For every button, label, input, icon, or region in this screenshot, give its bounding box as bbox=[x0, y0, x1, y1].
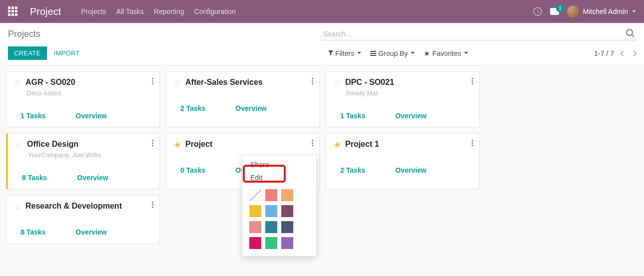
search-input[interactable] bbox=[321, 28, 636, 40]
favorite-star-icon[interactable]: ☆ bbox=[13, 202, 21, 211]
color-picker bbox=[242, 184, 316, 253]
page-title: Projects bbox=[8, 29, 40, 39]
color-swatch[interactable] bbox=[249, 189, 261, 201]
user-name: Mitchell Admin bbox=[583, 7, 628, 15]
card-tasks-link[interactable]: 8 Tasks bbox=[20, 228, 45, 236]
card-head: ★Project bbox=[166, 134, 319, 151]
card-overview-link[interactable]: Overview bbox=[75, 228, 106, 236]
color-swatch[interactable] bbox=[265, 237, 277, 249]
chevron-down-icon bbox=[411, 52, 415, 56]
card-foot: 8 TasksOverview bbox=[6, 213, 159, 243]
card-tasks-link[interactable]: 8 Tasks bbox=[22, 174, 47, 182]
groupby-label: Group By bbox=[378, 49, 408, 57]
chat-button[interactable]: 1 bbox=[550, 8, 559, 15]
color-swatch[interactable] bbox=[265, 189, 277, 201]
card-menu-button[interactable] bbox=[152, 78, 153, 84]
card-title: DPC - SO021 bbox=[345, 78, 394, 87]
favorite-star-icon[interactable]: ☆ bbox=[173, 78, 181, 87]
project-card[interactable]: ☆AGR - SO020Deco Addict1 TasksOverview bbox=[6, 71, 160, 127]
color-swatch[interactable] bbox=[265, 221, 277, 233]
card-tasks-link[interactable]: 0 Tasks bbox=[180, 166, 205, 174]
card-title: Office Design bbox=[27, 140, 78, 149]
import-button[interactable]: IMPORT bbox=[54, 49, 80, 57]
nav-reporting[interactable]: Reporting bbox=[154, 7, 184, 15]
card-menu-button[interactable] bbox=[152, 140, 153, 146]
favorite-star-icon[interactable]: ★ bbox=[333, 140, 341, 149]
project-card[interactable]: ☆DPC - SO021Ready Mat1 TasksOverview bbox=[326, 71, 480, 127]
project-card[interactable]: ☆Research & Development8 TasksOverview bbox=[6, 195, 160, 244]
search-icon[interactable] bbox=[626, 29, 634, 37]
topbar-right: 1 Mitchell Admin bbox=[533, 5, 636, 17]
color-swatch[interactable] bbox=[249, 205, 261, 217]
card-head: ☆After-Sales Services bbox=[166, 72, 319, 89]
card-head: ☆AGR - SO020 bbox=[6, 72, 159, 89]
funnel-icon bbox=[328, 50, 333, 56]
card-menu-button[interactable] bbox=[312, 140, 313, 146]
clock-icon[interactable] bbox=[533, 7, 542, 16]
filter-bar: Filters Group By ★ Favorites bbox=[206, 49, 468, 57]
groupby-dropdown[interactable]: Group By bbox=[370, 49, 415, 57]
dropdown-edit[interactable]: Edit bbox=[242, 171, 316, 184]
project-card[interactable]: ☆Office DesignYourCompany, Joel Willis8 … bbox=[6, 133, 160, 189]
card-menu-button[interactable] bbox=[152, 202, 153, 208]
card-title: Project 1 bbox=[345, 140, 379, 149]
card-overview-link[interactable]: Overview bbox=[395, 166, 426, 174]
nav-configuration[interactable]: Configuration bbox=[194, 7, 236, 15]
card-overview-link[interactable]: Overview bbox=[235, 104, 266, 112]
project-card[interactable]: ☆After-Sales Services2 TasksOverview bbox=[166, 71, 320, 127]
card-title: AGR - SO020 bbox=[25, 78, 75, 87]
pager-next-button[interactable] bbox=[631, 50, 637, 56]
favorite-star-icon[interactable]: ★ bbox=[173, 140, 181, 149]
color-swatch[interactable] bbox=[281, 221, 293, 233]
avatar bbox=[567, 5, 579, 17]
pager: 1-7 / 7 bbox=[594, 49, 636, 57]
card-foot: 2 TasksOverview bbox=[166, 89, 319, 119]
card-tasks-link[interactable]: 1 Tasks bbox=[20, 112, 45, 120]
card-head: ☆Research & Development bbox=[6, 196, 159, 213]
chevron-down-icon bbox=[632, 10, 636, 14]
favorites-dropdown[interactable]: ★ Favorites bbox=[424, 49, 468, 57]
pager-text: 1-7 / 7 bbox=[594, 49, 614, 57]
dropdown-share[interactable]: Share bbox=[242, 158, 316, 171]
card-overview-link[interactable]: Overview bbox=[75, 112, 106, 120]
card-tasks-link[interactable]: 2 Tasks bbox=[340, 166, 365, 174]
favorite-star-icon[interactable]: ☆ bbox=[15, 140, 23, 149]
card-menu-button[interactable] bbox=[472, 78, 473, 84]
favorite-star-icon[interactable]: ☆ bbox=[333, 78, 341, 87]
favorites-label: Favorites bbox=[432, 49, 461, 57]
card-menu-button[interactable] bbox=[312, 78, 313, 84]
color-swatch[interactable] bbox=[281, 237, 293, 249]
brand-title: Project bbox=[30, 6, 61, 17]
color-swatch[interactable] bbox=[281, 189, 293, 201]
kanban-board: ☆AGR - SO020Deco Addict1 TasksOverview☆A… bbox=[0, 65, 644, 250]
card-head: ☆DPC - SO021 bbox=[326, 72, 479, 89]
chevron-down-icon bbox=[357, 52, 361, 56]
color-swatch[interactable] bbox=[281, 205, 293, 217]
card-dropdown-menu: Share Edit bbox=[242, 155, 317, 257]
color-swatch[interactable] bbox=[249, 237, 261, 249]
card-overview-link[interactable]: Overview bbox=[77, 174, 108, 182]
card-tasks-link[interactable]: 2 Tasks bbox=[180, 104, 205, 112]
color-swatch[interactable] bbox=[265, 205, 277, 217]
card-title: Research & Development bbox=[25, 202, 122, 211]
card-subtitle: Ready Mat bbox=[326, 89, 479, 97]
card-menu-button[interactable] bbox=[472, 140, 473, 146]
pager-prev-button[interactable] bbox=[620, 50, 626, 56]
create-button[interactable]: CREATE bbox=[8, 46, 47, 60]
star-icon: ★ bbox=[424, 50, 430, 57]
card-foot: 1 TasksOverview bbox=[326, 97, 479, 127]
filters-dropdown[interactable]: Filters bbox=[328, 49, 361, 57]
chevron-down-icon bbox=[464, 52, 468, 56]
color-swatch[interactable] bbox=[249, 221, 261, 233]
user-menu[interactable]: Mitchell Admin bbox=[567, 5, 636, 17]
apps-launcher-icon[interactable] bbox=[8, 6, 18, 16]
card-overview-link[interactable]: Overview bbox=[395, 112, 426, 120]
card-subtitle: Deco Addict bbox=[6, 89, 159, 97]
card-tasks-link[interactable]: 1 Tasks bbox=[340, 112, 365, 120]
favorite-star-icon[interactable]: ☆ bbox=[13, 78, 21, 87]
nav-projects[interactable]: Projects bbox=[81, 7, 106, 15]
nav-all-tasks[interactable]: All Tasks bbox=[116, 7, 144, 15]
project-card[interactable]: ★Project 12 TasksOverview bbox=[326, 133, 480, 189]
chat-badge: 1 bbox=[556, 5, 564, 12]
list-icon bbox=[370, 51, 376, 56]
